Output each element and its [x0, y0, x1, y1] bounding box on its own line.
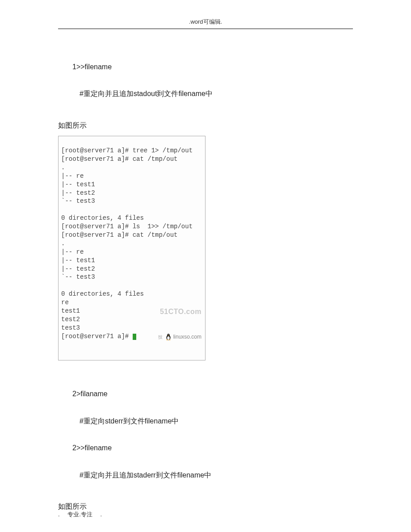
svg-point-4	[168, 335, 169, 335]
code-line: 2>filaname	[58, 387, 353, 401]
terminal-line: [root@server71 a]# tree 1> /tmp/out	[61, 147, 193, 154]
terminal-line: test1	[61, 307, 80, 314]
document-body: 1>>filename #重定向并且追加stadout到文件filename中 …	[58, 60, 353, 513]
comment-line: #重定向并且追加staderr到文件filename中	[58, 469, 353, 482]
code-line: 1>>filename	[58, 60, 353, 74]
header-rule	[58, 29, 353, 29]
terminal-line: 0 directories, 4 files	[61, 214, 144, 222]
terminal-line: test2	[61, 316, 80, 323]
terminal-line: 0 directories, 4 files	[61, 290, 144, 297]
terminal-line: |-- re	[61, 248, 84, 256]
terminal-line: [root@server71 a]# ls 1>> /tmp/out	[61, 223, 193, 230]
penguin-icon	[165, 333, 172, 340]
footer-dot: .	[58, 511, 60, 518]
footer-text: 专业.专注	[67, 511, 92, 518]
watermark: 51CTO.com 技 linuxso.com	[158, 290, 201, 357]
comment-line: #重定向并且追加stadout到文件filename中	[58, 87, 353, 101]
watermark-cn: 技	[158, 334, 163, 340]
code-line: 2>>filename	[58, 441, 353, 455]
svg-point-1	[167, 336, 170, 340]
page-footer: . 专业.专注 .	[58, 511, 108, 519]
svg-point-6	[166, 339, 168, 340]
terminal-prompt: [root@server71 a]#	[61, 333, 133, 340]
terminal-line: [root@server71 a]# cat /tmp/out	[61, 155, 177, 163]
terminal-line: |-- test1	[61, 257, 95, 264]
svg-point-7	[169, 339, 170, 340]
page-content: .word可编辑. 1>>filename #重定向并且追加stadout到文件…	[0, 0, 411, 513]
terminal-line: `-- test3	[61, 273, 95, 281]
comment-line: #重定向stderr到文件filename中	[58, 415, 353, 428]
terminal-line: test3	[61, 324, 80, 331]
terminal-line: |-- test1	[61, 181, 95, 188]
terminal-screenshot: [root@server71 a]# tree 1> /tmp/out [roo…	[58, 136, 206, 360]
terminal-line: [root@server71 a]# cat /tmp/out	[61, 231, 177, 239]
terminal-line: `-- test3	[61, 197, 95, 205]
terminal-line: .	[61, 240, 65, 247]
footer-dot: .	[101, 511, 102, 518]
svg-point-3	[168, 335, 168, 335]
header-label: .word可编辑.	[58, 18, 353, 29]
watermark-top: 51CTO.com	[158, 307, 201, 317]
watermark-url: linuxso.com	[173, 333, 201, 340]
terminal-line: re	[61, 299, 69, 306]
terminal-line: |-- test2	[61, 265, 95, 272]
watermark-bottom: 技 linuxso.com	[158, 333, 201, 340]
caption-line: 如图所示	[58, 119, 353, 132]
terminal-line: .	[61, 164, 65, 171]
terminal-line: |-- re	[61, 172, 84, 180]
terminal-line: |-- test2	[61, 189, 95, 197]
cursor-icon	[133, 334, 136, 340]
